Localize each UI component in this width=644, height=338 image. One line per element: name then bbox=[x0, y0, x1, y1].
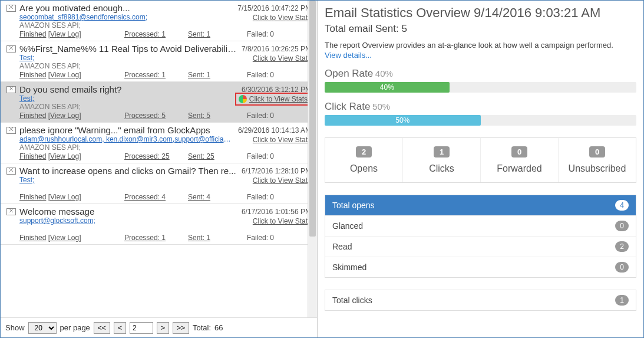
email-item[interactable]: please ignore "Warning..." email from Gl… bbox=[1, 123, 317, 163]
view-stats-link[interactable]: Click to View Stats bbox=[253, 136, 311, 144]
email-timestamp: 6/29/2016 10:14:13 AM bbox=[238, 126, 311, 134]
click-rate-fill: 50% bbox=[325, 115, 481, 126]
failed-count: Failed: 0 bbox=[247, 152, 274, 160]
pager-first-button[interactable]: << bbox=[94, 322, 110, 334]
page-size-select[interactable]: 20 bbox=[28, 322, 57, 334]
email-recipients[interactable]: seocombat_sf8981@sendforensics.com; bbox=[19, 13, 232, 21]
finished-link[interactable]: Finished bbox=[19, 30, 46, 38]
finished-link[interactable]: Finished bbox=[19, 193, 46, 201]
processed-link[interactable]: Processed: 1 bbox=[124, 30, 166, 38]
open-rate-pct: 40% bbox=[375, 68, 393, 78]
finished-link[interactable]: Finished bbox=[19, 234, 46, 242]
email-recipients[interactable]: Test; bbox=[19, 54, 232, 62]
processed-link[interactable]: Processed: 1 bbox=[124, 71, 166, 79]
stat-row-total-clicks[interactable]: Total clicks 1 bbox=[325, 290, 636, 310]
view-stats-link[interactable]: Click to View Stats bbox=[253, 217, 311, 225]
view-log-link[interactable]: [View Log] bbox=[48, 193, 81, 201]
overview-desc: The report Overview provides an at-a-gla… bbox=[325, 41, 636, 50]
stat-row-glanced[interactable]: Glanced 0 bbox=[325, 215, 636, 236]
email-item[interactable]: Welcome message 6/17/2016 1:01:56 PM sup… bbox=[1, 204, 317, 245]
finished-link[interactable]: Finished bbox=[19, 152, 46, 160]
sent-link[interactable]: Sent: 1 bbox=[188, 234, 210, 242]
total-sent: Total email Sent: 5 bbox=[325, 23, 636, 35]
stat-row-skimmed[interactable]: Skimmed 0 bbox=[325, 257, 636, 277]
metric-unsubscribed[interactable]: 0 Unsubscribed bbox=[558, 138, 636, 182]
email-timestamp: 7/15/2016 10:47:22 PM bbox=[237, 4, 311, 12]
scrollbar[interactable] bbox=[308, 1, 317, 317]
email-subject: %%First_Name%% 11 Real Tips to Avoid Del… bbox=[19, 44, 237, 54]
envelope-icon bbox=[6, 127, 16, 134]
view-log-link[interactable]: [View Log] bbox=[48, 30, 81, 38]
overview-title: Email Statistics Overview 9/14/2016 9:03… bbox=[325, 5, 636, 21]
envelope-icon bbox=[6, 5, 16, 12]
metric-clicks[interactable]: 1 Clicks bbox=[402, 138, 480, 182]
email-item[interactable]: %%First_Name%% 11 Real Tips to Avoid Del… bbox=[1, 41, 317, 82]
pager-prev-button[interactable]: < bbox=[114, 322, 126, 334]
scrollbar-thumb[interactable] bbox=[309, 1, 316, 237]
finished-link[interactable]: Finished bbox=[19, 111, 46, 120]
email-status-row: Finished [View Log] Processed: 25 Sent: … bbox=[19, 152, 311, 160]
envelope-icon bbox=[6, 208, 16, 215]
processed-link[interactable]: Processed: 4 bbox=[124, 193, 166, 201]
view-log-link[interactable]: [View Log] bbox=[48, 71, 81, 79]
finished-link[interactable]: Finished bbox=[19, 71, 46, 79]
processed-link[interactable]: Processed: 25 bbox=[124, 152, 170, 160]
sent-link[interactable]: Sent: 4 bbox=[188, 193, 210, 201]
sent-link[interactable]: Sent: 5 bbox=[188, 111, 210, 120]
email-item[interactable]: Do you send emails right? 6/30/2016 3:12… bbox=[1, 82, 317, 123]
view-stats-link[interactable]: Click to View Stats bbox=[253, 54, 311, 63]
envelope-icon bbox=[6, 168, 16, 175]
stat-row-total-opens[interactable]: Total opens 4 bbox=[325, 195, 636, 215]
view-log-link[interactable]: [View Log] bbox=[48, 111, 81, 120]
email-list: Are you motivated enough... 7/15/2016 10… bbox=[1, 1, 317, 317]
email-api: AMAZON SES API; bbox=[19, 143, 311, 152]
failed-count: Failed: 0 bbox=[247, 111, 274, 120]
metric-forwarded[interactable]: 0 Forwarded bbox=[480, 138, 558, 182]
open-rate-fill: 40% bbox=[325, 82, 450, 93]
metrics-row: 2 Opens 1 Clicks 0 Forwarded 0 Unsubscri… bbox=[325, 137, 636, 183]
failed-count: Failed: 0 bbox=[247, 234, 274, 242]
email-status-row: Finished [View Log] Processed: 4 Sent: 4… bbox=[19, 193, 311, 201]
email-timestamp: 7/8/2016 10:26:25 PM bbox=[242, 45, 311, 53]
metric-opens[interactable]: 2 Opens bbox=[325, 138, 402, 182]
email-subject: Are you motivated enough... bbox=[19, 3, 233, 13]
email-api bbox=[19, 225, 311, 234]
view-details-link[interactable]: View details... bbox=[325, 51, 636, 60]
opens-table: Total opens 4 Glanced 0 Read 2 Skimmed 0 bbox=[325, 195, 636, 278]
email-recipients[interactable]: adam@rushhourlocal.com, ken.dixon@mir3.c… bbox=[19, 135, 232, 143]
envelope-icon bbox=[6, 86, 16, 93]
pager-total: 66 bbox=[214, 323, 223, 332]
view-stats-link[interactable]: Click to View Stats bbox=[253, 14, 311, 22]
processed-link[interactable]: Processed: 1 bbox=[124, 234, 166, 242]
view-stats-link[interactable]: Click to View Stats bbox=[235, 93, 311, 106]
click-rate-section: Click Rate 50% 50% bbox=[325, 101, 636, 126]
pager-show-label: Show bbox=[5, 323, 25, 332]
email-recipients[interactable]: support@glocksoft.com; bbox=[19, 216, 232, 225]
email-api bbox=[19, 184, 311, 193]
failed-count: Failed: 0 bbox=[247, 30, 274, 38]
clicks-table: Total clicks 1 bbox=[325, 290, 636, 311]
email-recipients[interactable]: Test; bbox=[19, 94, 232, 103]
stat-row-read[interactable]: Read 2 bbox=[325, 236, 636, 257]
open-rate-section: Open Rate 40% 40% bbox=[325, 68, 636, 93]
pager-last-button[interactable]: >> bbox=[173, 322, 189, 334]
sent-link[interactable]: Sent: 25 bbox=[188, 152, 214, 160]
pie-chart-icon bbox=[239, 95, 247, 103]
email-api: AMAZON SES API; bbox=[19, 62, 311, 71]
click-rate-label: Click Rate bbox=[325, 101, 370, 112]
sent-link[interactable]: Sent: 1 bbox=[188, 30, 210, 38]
open-rate-bar: 40% bbox=[325, 82, 636, 93]
email-status-row: Finished [View Log] Processed: 1 Sent: 1… bbox=[19, 30, 311, 38]
view-log-link[interactable]: [View Log] bbox=[48, 234, 81, 242]
email-list-panel: Are you motivated enough... 7/15/2016 10… bbox=[1, 1, 318, 337]
email-recipients[interactable]: Test; bbox=[19, 176, 232, 184]
processed-link[interactable]: Processed: 5 bbox=[124, 111, 166, 120]
pager-page-input[interactable] bbox=[130, 322, 153, 334]
view-stats-link[interactable]: Click to View Stats bbox=[253, 176, 311, 185]
email-item[interactable]: Want to increase opens and clicks on Gma… bbox=[1, 163, 317, 204]
sent-link[interactable]: Sent: 1 bbox=[188, 71, 210, 79]
view-log-link[interactable]: [View Log] bbox=[48, 152, 81, 160]
email-item[interactable]: Are you motivated enough... 7/15/2016 10… bbox=[1, 1, 317, 41]
email-api: AMAZON SES API; bbox=[19, 21, 311, 30]
pager-next-button[interactable]: > bbox=[157, 322, 169, 334]
